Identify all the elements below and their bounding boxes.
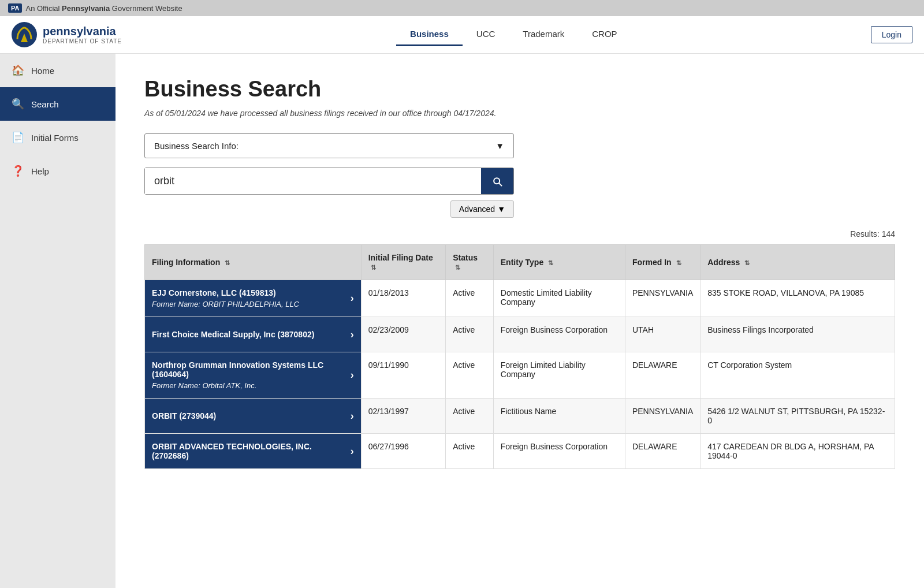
address-cell: 417 CAREDEAN DR BLDG A, HORSHAM, PA 1904… <box>701 434 895 469</box>
advanced-button[interactable]: Advanced ▼ <box>450 200 514 218</box>
advanced-label: Advanced <box>459 204 495 214</box>
filing-date-cell: 02/23/2009 <box>361 317 446 352</box>
subtitle: As of 05/01/2024 we have processed all b… <box>144 107 895 120</box>
pa-logo: PA <box>8 3 22 13</box>
sidebar-label-home: Home <box>31 66 54 76</box>
entity-type-cell: Fictitious Name <box>493 399 625 434</box>
chevron-down-icon: ▼ <box>495 141 504 151</box>
top-banner: PA An Official Pennsylvania Government W… <box>0 0 924 16</box>
entity-type-cell: Foreign Limited Liability Company <box>493 352 625 399</box>
search-bar <box>144 168 514 195</box>
table-row: Northrop Grumman Innovation Systems LLC … <box>145 352 895 399</box>
sort-filing-info-icon: ⇅ <box>225 259 230 266</box>
company-name: EJJ Cornerstone, LLC (4159813)Former Nam… <box>152 288 345 308</box>
sidebar-item-search[interactable]: 🔍 Search <box>0 87 116 121</box>
entity-type-cell: Domestic Limited Liability Company <box>493 280 625 317</box>
logo-area: pennsylvania DEPARTMENT OF STATE <box>12 22 122 47</box>
results-table: Filing Information ⇅ Initial Filing Date… <box>144 244 895 469</box>
search-button[interactable] <box>481 168 513 194</box>
sort-status-icon: ⇅ <box>455 264 460 271</box>
search-submit-icon <box>491 176 503 187</box>
logo-sub: DEPARTMENT OF STATE <box>43 38 122 44</box>
filing-date-cell: 09/11/1990 <box>361 352 446 399</box>
sort-entity-icon: ⇅ <box>548 259 553 266</box>
name-cell-td[interactable]: ORBIT ADVANCED TECHNOLOGIES, INC. (27026… <box>145 434 362 469</box>
entity-type-cell: Foreign Business Corporation <box>493 434 625 469</box>
sidebar-item-initial-forms[interactable]: 📄 Initial Forms <box>0 121 116 154</box>
row-expand-arrow-icon[interactable]: › <box>351 292 354 304</box>
status-cell: Active <box>446 434 494 469</box>
col-status[interactable]: Status ⇅ <box>446 245 494 280</box>
formed-in-cell: DELAWARE <box>625 434 700 469</box>
logo-main: pennsylvania <box>43 25 122 38</box>
name-cell-td[interactable]: ORBIT (2739044)› <box>145 399 362 434</box>
advanced-wrap: Advanced ▼ <box>144 200 514 218</box>
table-row: First Choice Medical Supply, Inc (387080… <box>145 317 895 352</box>
table-header-row: Filing Information ⇅ Initial Filing Date… <box>145 245 895 280</box>
col-formed-in[interactable]: Formed In ⇅ <box>625 245 700 280</box>
login-button[interactable]: Login <box>871 26 912 43</box>
help-icon: ❓ <box>12 165 24 177</box>
formed-in-cell: DELAWARE <box>625 352 700 399</box>
home-icon: 🏠 <box>12 64 24 77</box>
sidebar-item-home[interactable]: 🏠 Home <box>0 54 116 87</box>
status-cell: Active <box>446 399 494 434</box>
company-name: ORBIT (2739044) <box>152 411 345 420</box>
address-cell: 5426 1/2 WALNUT ST, PITTSBURGH, PA 15232… <box>701 399 895 434</box>
company-name: ORBIT ADVANCED TECHNOLOGIES, INC. (27026… <box>152 442 345 460</box>
company-name: Northrop Grumman Innovation Systems LLC … <box>152 360 345 390</box>
filing-date-cell: 06/27/1996 <box>361 434 446 469</box>
table-row: EJJ Cornerstone, LLC (4159813)Former Nam… <box>145 280 895 317</box>
banner-text: An Official Pennsylvania Government Webs… <box>25 4 182 13</box>
name-cell-td[interactable]: Northrop Grumman Innovation Systems LLC … <box>145 352 362 399</box>
search-input[interactable] <box>145 168 481 194</box>
sort-formed-icon: ⇅ <box>676 259 681 266</box>
layout: 🏠 Home 🔍 Search 📄 Initial Forms ❓ Help B… <box>0 54 924 588</box>
table-row: ORBIT (2739044)›02/13/1997ActiveFictitio… <box>145 399 895 434</box>
filing-date-cell: 01/18/2013 <box>361 280 446 317</box>
advanced-chevron-icon: ▼ <box>497 204 505 214</box>
filing-date-cell: 02/13/1997 <box>361 399 446 434</box>
pa-dos-logo <box>12 22 37 47</box>
address-cell: 835 STOKE ROAD, VILLANOVA, PA 19085 <box>701 280 895 317</box>
entity-type-cell: Foreign Business Corporation <box>493 317 625 352</box>
search-icon: 🔍 <box>12 98 24 110</box>
name-cell-td[interactable]: First Choice Medical Supply, Inc (387080… <box>145 317 362 352</box>
status-cell: Active <box>446 352 494 399</box>
tab-ucc[interactable]: UCC <box>463 23 509 46</box>
sidebar-label-help: Help <box>31 166 49 176</box>
header: pennsylvania DEPARTMENT OF STATE Busines… <box>0 16 924 54</box>
col-address[interactable]: Address ⇅ <box>701 245 895 280</box>
company-name: First Choice Medical Supply, Inc (387080… <box>152 330 345 339</box>
formed-in-cell: UTAH <box>625 317 700 352</box>
row-expand-arrow-icon[interactable]: › <box>351 369 354 381</box>
sidebar-label-search: Search <box>31 99 59 109</box>
formed-in-cell: PENNSYLVANIA <box>625 280 700 317</box>
table-row: ORBIT ADVANCED TECHNOLOGIES, INC. (27026… <box>145 434 895 469</box>
logo-text: pennsylvania DEPARTMENT OF STATE <box>43 25 122 44</box>
sidebar-item-help[interactable]: ❓ Help <box>0 154 116 188</box>
status-cell: Active <box>446 317 494 352</box>
status-cell: Active <box>446 280 494 317</box>
row-expand-arrow-icon[interactable]: › <box>351 445 354 457</box>
tab-crop[interactable]: CROP <box>578 23 631 46</box>
formed-in-cell: PENNSYLVANIA <box>625 399 700 434</box>
page-title: Business Search <box>144 77 895 102</box>
col-entity-type[interactable]: Entity Type ⇅ <box>493 245 625 280</box>
business-search-info-dropdown[interactable]: Business Search Info: ▼ <box>144 133 514 158</box>
col-filing-info[interactable]: Filing Information ⇅ <box>145 245 362 280</box>
former-name: Former Name: Orbital ATK, Inc. <box>152 381 345 390</box>
row-expand-arrow-icon[interactable]: › <box>351 329 354 341</box>
dropdown-label: Business Search Info: <box>154 141 239 151</box>
tab-business[interactable]: Business <box>396 23 463 46</box>
tab-trademark[interactable]: Trademark <box>509 23 578 46</box>
forms-icon: 📄 <box>12 131 24 144</box>
row-expand-arrow-icon[interactable]: › <box>351 410 354 422</box>
sort-address-icon: ⇅ <box>744 259 750 266</box>
name-cell-td[interactable]: EJJ Cornerstone, LLC (4159813)Former Nam… <box>145 280 362 317</box>
col-filing-date[interactable]: Initial Filing Date ⇅ <box>361 245 446 280</box>
address-cell: Business Filings Incorporated <box>701 317 895 352</box>
sidebar-label-forms: Initial Forms <box>31 133 79 143</box>
main-content: Business Search As of 05/01/2024 we have… <box>116 54 924 588</box>
nav-tabs: Business UCC Trademark CROP <box>396 23 631 46</box>
